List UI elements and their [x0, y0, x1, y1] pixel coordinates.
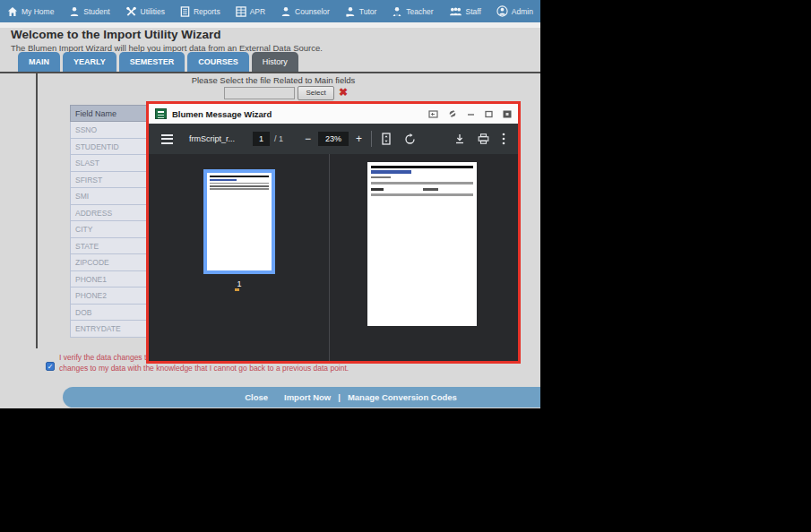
- table-row: PHONE1: [70, 271, 149, 288]
- tab-semester[interactable]: SEMESTER: [119, 52, 185, 72]
- nav-label: Reports: [194, 7, 220, 16]
- minimize-icon[interactable]: [467, 110, 475, 118]
- menu-icon[interactable]: [161, 134, 173, 144]
- manage-conversion-codes-button[interactable]: Manage Conversion Codes: [348, 392, 457, 402]
- fit-page-icon[interactable]: [381, 133, 392, 145]
- table-row: SSNO: [70, 122, 149, 139]
- pdf-thumbnail-sidebar[interactable]: 1: [149, 154, 330, 361]
- table-row: DOB: [70, 305, 149, 322]
- verify-text-line1: I verify the data changes th: [59, 353, 151, 362]
- dialog-titlebar[interactable]: Blumen Message Wizard: [149, 104, 518, 124]
- pdf-page-area[interactable]: [330, 154, 518, 361]
- table-row: SLAST: [70, 155, 149, 172]
- page-number-input[interactable]: 1: [253, 132, 270, 146]
- more-options-icon[interactable]: [502, 133, 505, 145]
- nav-admin[interactable]: Admin: [496, 5, 533, 17]
- refresh-icon[interactable]: [448, 109, 457, 118]
- field-table: Field Name SSNO STUDENTID SLAST SFIRST S…: [70, 105, 149, 338]
- table-row: SMI: [70, 188, 149, 205]
- pdf-page-preview: [367, 162, 477, 326]
- reports-icon: [180, 6, 190, 17]
- nav-label: Admin: [512, 7, 533, 16]
- nav-tutor[interactable]: Tutor: [345, 6, 377, 17]
- thumbnail-page-number: 1: [203, 279, 275, 288]
- utilities-icon: [125, 6, 137, 17]
- blumen-message-wizard-dialog: Blumen Message Wizard: [146, 101, 521, 364]
- page-total: / 1: [274, 134, 283, 143]
- popout-icon[interactable]: [428, 110, 438, 118]
- nav-label: Staff: [466, 7, 481, 16]
- nav-apr[interactable]: APR: [236, 6, 265, 17]
- admin-icon: [496, 5, 508, 17]
- nav-reports[interactable]: Reports: [180, 6, 220, 17]
- zoom-in-button[interactable]: +: [356, 133, 362, 145]
- apr-icon: [236, 6, 246, 17]
- thumbnail-caret: [235, 288, 239, 291]
- tab-underline: [0, 72, 540, 73]
- teacher-icon: [392, 6, 402, 17]
- nav-label: Student: [83, 7, 109, 16]
- download-icon[interactable]: [454, 133, 465, 144]
- counselor-icon: [280, 6, 291, 17]
- import-now-button[interactable]: Import Now: [284, 392, 331, 402]
- close-icon[interactable]: [503, 110, 512, 118]
- nav-label: Utilities: [141, 7, 165, 16]
- nav-my-home[interactable]: My Home: [7, 6, 54, 17]
- pdf-toolbar: frmScript_r... 1 / 1 − 23% +: [149, 124, 518, 154]
- field-table-header: Field Name: [70, 105, 149, 122]
- screen: My Home Student Utilities Reports APR Co…: [0, 0, 811, 532]
- tutor-icon: [345, 6, 356, 17]
- table-row: ADDRESS: [70, 205, 149, 222]
- page-title: Welcome to the Import Utility Wizard: [11, 28, 220, 41]
- nav-staff[interactable]: Staff: [449, 6, 481, 17]
- pdf-viewer: 1: [149, 154, 518, 361]
- file-path-input[interactable]: [224, 87, 295, 99]
- tab-main[interactable]: MAIN: [18, 52, 60, 72]
- tab-courses[interactable]: COURSES: [187, 52, 249, 72]
- zoom-out-button[interactable]: −: [305, 133, 311, 145]
- nav-label: Counselor: [295, 7, 330, 16]
- table-row: PHONE2: [70, 287, 149, 305]
- zoom-level[interactable]: 23%: [318, 132, 349, 146]
- student-icon: [69, 6, 80, 17]
- table-row: STATE: [70, 238, 149, 255]
- nav-label: Tutor: [359, 7, 377, 16]
- footer-action-bar: Close Import Now | Manage Conversion Cod…: [63, 387, 540, 408]
- window-controls: [428, 109, 512, 118]
- rotate-icon[interactable]: [404, 133, 416, 145]
- verify-checkbox[interactable]: ✓: [46, 362, 55, 371]
- table-row: CITY: [70, 221, 149, 238]
- document-icon: [155, 108, 167, 119]
- nav-student[interactable]: Student: [69, 6, 109, 17]
- maximize-icon[interactable]: [485, 110, 493, 118]
- pdf-filename: frmScript_r...: [189, 134, 235, 143]
- toolbar-divider: [371, 131, 372, 147]
- dialog-title: Blumen Message Wizard: [172, 109, 272, 119]
- nav-label: Teacher: [406, 7, 433, 16]
- verify-text-line2: changes to my data with the knowledge th…: [59, 364, 349, 373]
- file-select-prompt: Please Select the file Related to Main f…: [152, 75, 394, 85]
- tab-history[interactable]: History: [252, 52, 298, 72]
- nav-utilities[interactable]: Utilities: [125, 6, 165, 17]
- print-icon[interactable]: [478, 133, 489, 144]
- table-row: SFIRST: [70, 172, 149, 189]
- nav-label: APR: [250, 7, 265, 16]
- nav-label: My Home: [22, 7, 54, 16]
- panel-border: [36, 73, 38, 348]
- page-thumbnail[interactable]: [203, 169, 275, 274]
- top-navbar: My Home Student Utilities Reports APR Co…: [0, 0, 540, 22]
- table-row: ENTRYDATE: [70, 321, 149, 338]
- nav-teacher[interactable]: Teacher: [392, 6, 433, 17]
- select-file-button[interactable]: Select: [298, 86, 334, 100]
- nav-counselor[interactable]: Counselor: [280, 6, 330, 17]
- wizard-tabs: MAIN YEARLY SEMESTER COURSES History: [18, 52, 298, 72]
- table-row: STUDENTID: [70, 139, 149, 156]
- close-button[interactable]: Close: [245, 392, 268, 402]
- staff-icon: [449, 6, 462, 17]
- toolbar-right-group: [454, 133, 505, 145]
- table-row: ZIPCODE: [70, 254, 149, 271]
- clear-file-icon[interactable]: ✖: [339, 86, 348, 99]
- app-window: My Home Student Utilities Reports APR Co…: [0, 0, 540, 408]
- footer-divider: |: [338, 392, 341, 402]
- tab-yearly[interactable]: YEARLY: [63, 52, 116, 72]
